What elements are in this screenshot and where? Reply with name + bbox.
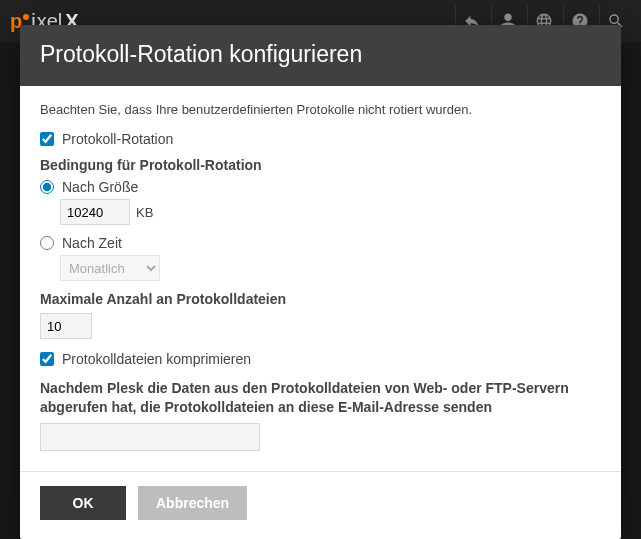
by-size-row: Nach Größe — [40, 179, 601, 195]
by-size-radio[interactable] — [40, 180, 54, 194]
by-size-label[interactable]: Nach Größe — [62, 179, 138, 195]
max-files-input[interactable] — [40, 313, 92, 339]
modal-dialog: Protokoll-Rotation konfigurieren Beachte… — [20, 25, 621, 539]
enable-rotation-row: Protokoll-Rotation — [40, 131, 601, 147]
max-files-label: Maximale Anzahl an Protokolldateien — [40, 291, 601, 307]
size-unit: KB — [136, 205, 153, 220]
condition-heading: Bedingung für Protokoll-Rotation — [40, 157, 601, 173]
dialog-body: Beachten Sie, dass Ihre benutzerdefinier… — [20, 86, 621, 471]
by-time-select-row: Monatlich — [40, 255, 601, 281]
dialog-footer: OK Abbrechen — [20, 471, 621, 539]
compress-row: Protokolldateien komprimieren — [40, 351, 601, 367]
enable-rotation-checkbox[interactable] — [40, 132, 54, 146]
compress-checkbox[interactable] — [40, 352, 54, 366]
ok-button[interactable]: OK — [40, 486, 126, 520]
cancel-button[interactable]: Abbrechen — [138, 486, 247, 520]
enable-rotation-label[interactable]: Protokoll-Rotation — [62, 131, 173, 147]
logo-dot — [23, 14, 29, 20]
size-input[interactable] — [60, 199, 130, 225]
info-hint: Beachten Sie, dass Ihre benutzerdefinier… — [40, 102, 601, 117]
email-input[interactable] — [40, 423, 260, 451]
by-time-row: Nach Zeit — [40, 235, 601, 251]
email-label: Nachdem Plesk die Daten aus den Protokol… — [40, 379, 601, 417]
by-size-input-row: KB — [40, 199, 601, 225]
by-time-label[interactable]: Nach Zeit — [62, 235, 122, 251]
compress-label[interactable]: Protokolldateien komprimieren — [62, 351, 251, 367]
by-time-radio[interactable] — [40, 236, 54, 250]
dialog-title: Protokoll-Rotation konfigurieren — [20, 25, 621, 86]
time-period-select[interactable]: Monatlich — [60, 255, 160, 281]
